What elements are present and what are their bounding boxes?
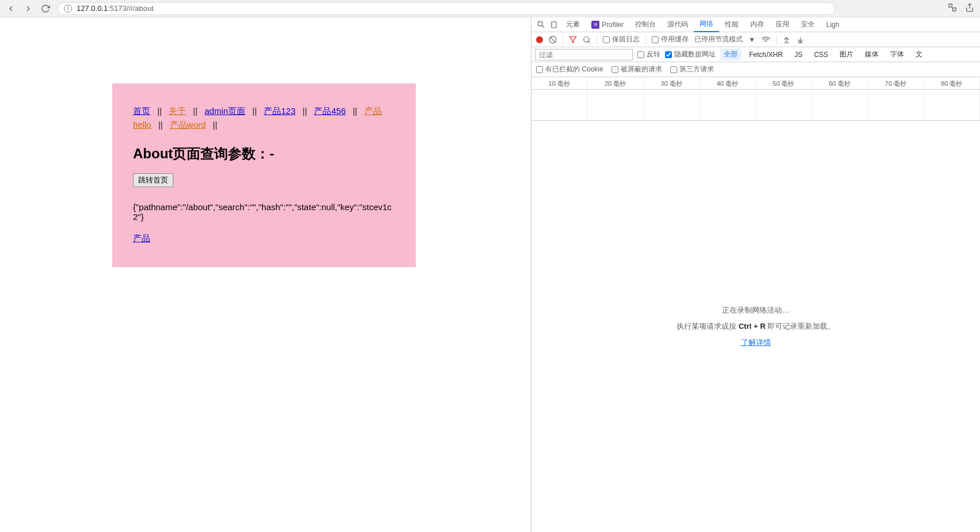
- filter-css[interactable]: CSS: [811, 50, 832, 60]
- tab-profiler[interactable]: ⚛Profiler: [586, 17, 629, 32]
- record-button[interactable]: [536, 36, 543, 43]
- separator: ||: [252, 106, 257, 116]
- hide-dataurls-checkbox[interactable]: 隐藏数据网址: [665, 50, 716, 59]
- tab-network[interactable]: 网络: [694, 17, 719, 32]
- timeline-tick: 50 毫秒: [756, 77, 812, 89]
- search-icon[interactable]: [583, 36, 591, 44]
- translate-icon[interactable]: [948, 3, 957, 14]
- filter-doc[interactable]: 文: [912, 48, 926, 60]
- tab-lighthouse[interactable]: Ligh: [821, 17, 845, 32]
- svg-line-9: [588, 41, 590, 43]
- browser-toolbar: i 127.0.0.1:5173/#/about: [0, 0, 980, 17]
- wifi-icon[interactable]: [761, 35, 770, 44]
- svg-point-8: [584, 36, 589, 41]
- reload-button[interactable]: [40, 3, 51, 14]
- timeline-tick: 80 毫秒: [924, 77, 980, 89]
- network-filter-row: 反转 隐藏数据网址 全部 Fetch/XHR JS CSS 图片 媒体 字体 文: [531, 47, 980, 62]
- nav-home[interactable]: 首页: [133, 106, 150, 116]
- learn-more-link[interactable]: 了解详情: [741, 337, 771, 348]
- page-viewport: 首页 || 关于 || admin页面 || 产品123 || 产品456 ||…: [0, 17, 531, 532]
- filter-fetch-xhr[interactable]: Fetch/XHR: [746, 50, 787, 60]
- filter-font[interactable]: 字体: [887, 48, 907, 60]
- forward-button[interactable]: [23, 3, 33, 14]
- blocked-cookies-checkbox[interactable]: 有已拦截的 Cookie: [536, 64, 603, 74]
- nav-about[interactable]: 关于: [169, 106, 186, 116]
- inspect-icon[interactable]: [535, 21, 548, 29]
- tab-elements[interactable]: 元素: [560, 17, 586, 32]
- timeline-tick: 70 毫秒: [868, 77, 924, 89]
- profiler-icon: ⚛: [591, 21, 599, 29]
- svg-marker-7: [569, 36, 576, 43]
- svg-rect-1: [953, 7, 956, 10]
- throttling-select[interactable]: 已停用节流模式: [694, 35, 743, 44]
- timeline-header: 10 毫秒 20 毫秒 30 毫秒 40 毫秒 50 毫秒 60 毫秒 70 毫…: [531, 77, 980, 90]
- timeline-tick: 10 毫秒: [531, 77, 587, 89]
- filter-js[interactable]: JS: [791, 50, 806, 60]
- hint-text: 执行某项请求或按 Ctrl + R 即可记录重新加载。: [677, 321, 835, 332]
- svg-rect-0: [949, 4, 952, 7]
- network-cookies-row: 有已拦截的 Cookie 被屏蔽的请求 第三方请求: [531, 62, 980, 77]
- timeline-tick: 60 毫秒: [812, 77, 868, 89]
- tab-console[interactable]: 控制台: [629, 17, 662, 32]
- preserve-log-checkbox[interactable]: 保留日志: [603, 35, 640, 44]
- device-icon[interactable]: [548, 21, 560, 29]
- tab-memory[interactable]: 内存: [745, 17, 770, 32]
- download-icon[interactable]: [796, 36, 804, 44]
- chevron-down-icon[interactable]: ▼: [749, 36, 755, 44]
- page-heading: About页面查询参数：-: [133, 145, 395, 163]
- filter-all[interactable]: 全部: [720, 48, 741, 60]
- address-bar[interactable]: i 127.0.0.1:5173/#/about: [58, 2, 835, 15]
- devtools-tabs: 元素 ⚛Profiler 控制台 源代码 网络 性能 内存 应用 安全 Ligh: [531, 17, 980, 32]
- nav-admin[interactable]: admin页面: [204, 106, 245, 116]
- clear-icon[interactable]: [549, 36, 557, 44]
- upload-icon[interactable]: [783, 36, 791, 44]
- tab-performance[interactable]: 性能: [719, 17, 745, 32]
- network-toolbar: 保留日志 停用缓存 已停用节流模式 ▼: [531, 32, 980, 47]
- separator: ||: [353, 106, 358, 116]
- separator: ||: [193, 106, 197, 116]
- jump-home-button[interactable]: 跳转首页: [133, 173, 173, 187]
- third-party-checkbox[interactable]: 第三方请求: [670, 64, 714, 74]
- timeline-tick: 40 毫秒: [700, 77, 755, 89]
- disable-cache-checkbox[interactable]: 停用缓存: [652, 35, 689, 44]
- product-link[interactable]: 产品: [133, 233, 150, 243]
- separator: ||: [158, 120, 163, 130]
- filter-icon[interactable]: [569, 36, 577, 44]
- separator: ||: [302, 106, 307, 116]
- tab-security[interactable]: 安全: [795, 17, 821, 32]
- filter-media[interactable]: 媒体: [861, 48, 882, 60]
- nav-prod123[interactable]: 产品123: [264, 106, 295, 116]
- content-panel: 首页 || 关于 || admin页面 || 产品123 || 产品456 ||…: [112, 83, 416, 267]
- tab-application[interactable]: 应用: [770, 17, 795, 32]
- nav-prodword[interactable]: 产品word: [170, 120, 206, 130]
- location-json: {"pathname":"/about","search":"","hash":…: [133, 202, 395, 222]
- share-icon[interactable]: [965, 3, 974, 14]
- timeline-body[interactable]: [531, 90, 980, 121]
- svg-rect-4: [552, 21, 556, 28]
- timeline-tick: 30 毫秒: [644, 77, 700, 89]
- back-button[interactable]: [6, 3, 16, 14]
- invert-checkbox[interactable]: 反转: [637, 50, 660, 59]
- separator: ||: [157, 106, 162, 116]
- filter-input[interactable]: [535, 49, 633, 60]
- site-info-icon[interactable]: i: [64, 5, 72, 13]
- url-text: 127.0.0.1:5173/#/about: [77, 4, 154, 13]
- devtools-panel: 元素 ⚛Profiler 控制台 源代码 网络 性能 内存 应用 安全 Ligh…: [531, 17, 980, 532]
- tab-sources[interactable]: 源代码: [662, 17, 694, 32]
- svg-line-6: [550, 37, 555, 42]
- nav-prod456[interactable]: 产品456: [314, 106, 345, 116]
- nav-links: 首页 || 关于 || admin页面 || 产品123 || 产品456 ||…: [133, 104, 395, 132]
- blocked-requests-checkbox[interactable]: 被屏蔽的请求: [611, 64, 662, 74]
- timeline-tick: 20 毫秒: [587, 77, 643, 89]
- separator: ||: [213, 120, 218, 130]
- filter-img[interactable]: 图片: [836, 48, 857, 60]
- recording-text: 正在录制网络活动…: [722, 305, 789, 316]
- network-empty-state: 正在录制网络活动… 执行某项请求或按 Ctrl + R 即可记录重新加载。 了解…: [531, 121, 980, 532]
